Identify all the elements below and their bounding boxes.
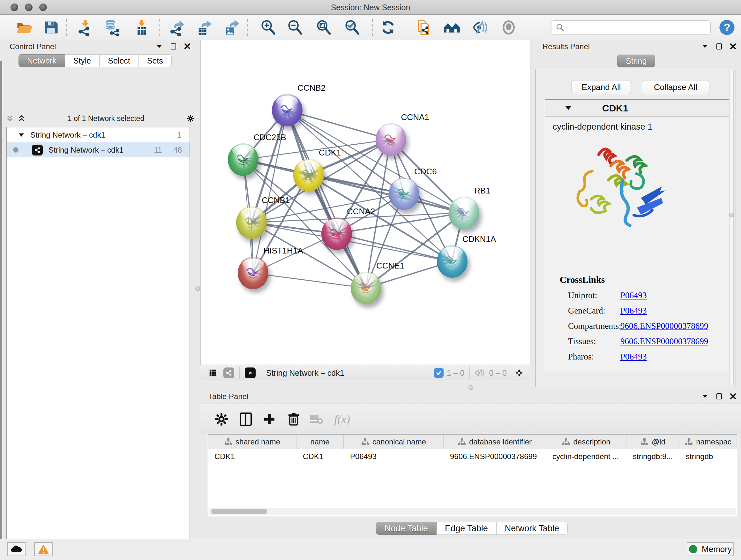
collapse-all-button[interactable]: Collapse All (642, 80, 710, 94)
import-network-database-button[interactable] (103, 18, 121, 37)
export-image-button[interactable] (223, 18, 241, 37)
zoom-selected-button[interactable] (343, 18, 361, 37)
results-scroll-thumb[interactable] (729, 212, 734, 217)
expand-all-tree-icon[interactable] (18, 115, 25, 122)
delete-table-icon[interactable] (308, 411, 325, 428)
node-ccna1[interactable]: CCNA1 (376, 123, 406, 156)
open-session-button[interactable] (15, 18, 33, 37)
delete-column-trash-icon[interactable] (285, 411, 302, 428)
tab-network-table[interactable]: Network Table (496, 522, 568, 535)
tab-style[interactable]: Style (65, 54, 100, 67)
birds-eye-view-icon[interactable] (245, 368, 256, 378)
search-input[interactable] (567, 21, 711, 34)
collapse-all-tree-icon[interactable] (6, 115, 13, 122)
expand-triangle-icon[interactable] (18, 132, 24, 138)
zoom-in-button[interactable] (259, 18, 277, 37)
export-network-button[interactable] (169, 18, 186, 37)
node-ccnb2[interactable]: CCNB2 (272, 94, 302, 126)
node-hist1h1a[interactable]: HIST1H1A (238, 257, 268, 289)
table-panel-close-icon[interactable] (730, 393, 737, 400)
export-table-button[interactable] (195, 18, 213, 37)
cell[interactable]: CDK1 (296, 449, 344, 464)
tab-edge-table[interactable]: Edge Table (436, 522, 496, 535)
table-settings-gear-icon[interactable] (213, 411, 230, 428)
show-welcome-button[interactable] (443, 18, 461, 37)
refresh-view-button[interactable] (379, 18, 397, 37)
node-cdc25b[interactable]: CDC25B (228, 143, 259, 176)
horizontal-splitter[interactable] (200, 381, 530, 390)
column-header-canonical-name[interactable]: canonical name (344, 435, 444, 449)
table-horizontal-scrollbar[interactable] (209, 508, 736, 515)
network-edges[interactable] (201, 40, 530, 365)
cell[interactable]: stringdb:9... (626, 449, 679, 464)
table-header-row[interactable]: shared namenamecanonical namedatabase id… (208, 435, 737, 449)
crosslink-link[interactable]: 9606.ENSP00000378699 (620, 321, 708, 331)
node-ccna2[interactable]: CCNA2 (321, 217, 352, 250)
results-panel-float-icon[interactable] (716, 43, 723, 50)
network-badge-icon[interactable] (223, 368, 234, 378)
network-row-selected[interactable]: String Network – cdk1 11 48 (7, 142, 190, 158)
tab-node-table[interactable]: Node Table (376, 522, 436, 535)
hide-selected-button[interactable] (472, 18, 489, 37)
results-panel-close-icon[interactable] (730, 43, 737, 50)
help-button[interactable]: ? (718, 18, 736, 37)
create-column-plus-icon[interactable] (261, 411, 278, 428)
crosslink-link[interactable]: 9606.ENSP00000378699 (620, 336, 708, 347)
control-panel-menu-icon[interactable] (156, 43, 163, 50)
tab-sets[interactable]: Sets (139, 54, 172, 67)
cell[interactable]: CDK1 (208, 449, 296, 464)
zoom-fit-button[interactable] (315, 18, 333, 37)
results-vertical-scrollbar[interactable] (729, 70, 734, 385)
node-cdk1[interactable]: CDK1 (293, 159, 324, 191)
column-header-namespac[interactable]: namespac (679, 435, 737, 449)
crosslink-link[interactable]: P06493 (620, 352, 647, 362)
cell[interactable]: 9606.ENSP00000378699 (444, 449, 546, 464)
node-ccnb1[interactable]: CCNB1 (236, 206, 267, 239)
column-header--id[interactable]: @id (626, 435, 679, 449)
tab-network[interactable]: Network (18, 54, 65, 67)
node-rb1[interactable]: RB1 (449, 197, 479, 229)
show-all-button[interactable] (500, 18, 518, 37)
control-panel-close-icon[interactable] (184, 43, 191, 50)
collapse-section-icon[interactable] (565, 105, 572, 111)
column-header-shared-name[interactable]: shared name (208, 435, 296, 449)
table-panel-menu-icon[interactable] (701, 393, 709, 400)
tab-string[interactable]: String (617, 55, 655, 67)
crosslink-link[interactable]: P06493 (620, 306, 647, 316)
network-collection-row[interactable]: String Network – cdk1 1 (7, 127, 190, 142)
cloud-status-button[interactable] (7, 542, 25, 556)
column-header-description[interactable]: description (546, 435, 626, 449)
cell[interactable]: P06493 (344, 449, 444, 464)
node-cdkn1a[interactable]: CDKN1A (437, 245, 468, 278)
node-cdc6[interactable]: CDC6 (389, 178, 419, 210)
tab-select[interactable]: Select (99, 54, 138, 67)
table-panel-float-icon[interactable] (716, 393, 723, 400)
network-options-gear-icon[interactable] (187, 115, 194, 122)
import-network-file-button[interactable] (76, 18, 94, 37)
cell[interactable]: cyclin-dependent ... (546, 449, 626, 464)
cell[interactable]: stringdb (679, 449, 737, 464)
memory-button[interactable]: Memory (687, 542, 734, 556)
search-field[interactable] (551, 20, 711, 35)
node-ccne1[interactable]: CCNE1 (351, 272, 381, 304)
fit-selected-crosshair-icon[interactable] (516, 369, 523, 376)
splitter-grip-icon[interactable] (468, 385, 473, 390)
crosslink-link[interactable]: P06493 (620, 291, 647, 300)
expand-all-button[interactable]: Expand All (571, 80, 631, 94)
show-columns-icon[interactable] (238, 411, 254, 428)
grid-view-icon[interactable] (209, 369, 216, 376)
clone-network-button[interactable] (415, 18, 433, 37)
control-panel-float-icon[interactable] (170, 43, 177, 50)
zoom-out-button[interactable] (286, 18, 304, 37)
table-scroll-thumb[interactable] (211, 509, 267, 514)
gene-section-header[interactable]: CDK1 (545, 100, 730, 117)
results-panel-menu-icon[interactable] (701, 43, 709, 50)
left-splitter-grip-icon[interactable] (195, 286, 200, 291)
import-table-file-button[interactable] (133, 18, 151, 37)
column-header-database-identifier[interactable]: database identifier (444, 435, 546, 449)
warnings-button[interactable] (34, 542, 53, 556)
selected-checkbox[interactable] (434, 368, 444, 378)
table-row[interactable]: CDK1CDK1P064939606.ENSP00000378699cyclin… (208, 449, 737, 464)
save-session-button[interactable] (42, 18, 60, 37)
network-canvas[interactable]: CCNB2CCNA1CDC25BCDK1CDC6RB1CCNB1CCNA2CDK… (200, 40, 530, 365)
